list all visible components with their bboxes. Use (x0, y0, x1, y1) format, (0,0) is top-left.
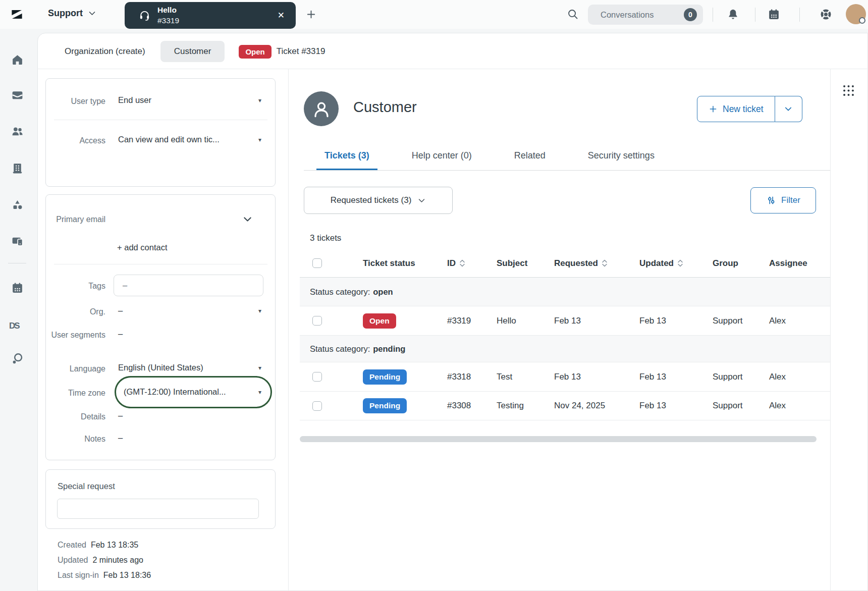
close-icon[interactable]: ✕ (278, 10, 285, 21)
nav-home-icon[interactable] (11, 53, 24, 66)
tabs-divider (304, 170, 830, 171)
nav-views-icon[interactable] (11, 89, 24, 101)
nav-ds-app-icon[interactable]: DS (9, 321, 19, 331)
tab-security-settings[interactable]: Security settings (580, 140, 663, 171)
zendesk-logo-icon[interactable] (10, 8, 24, 21)
presence-indicator (859, 17, 865, 24)
product-label: Support (48, 8, 83, 19)
cell-id[interactable]: #3318 (447, 372, 497, 382)
add-contact-link[interactable]: + add contact (117, 243, 168, 252)
filter-button[interactable]: Filter (750, 187, 816, 213)
tags-value: – (123, 281, 127, 290)
cell-subject[interactable]: Testing (497, 401, 554, 411)
horizontal-scrollbar[interactable] (300, 436, 817, 442)
tab-ticket-id: #3319 (157, 16, 179, 26)
cell-subject[interactable]: Test (497, 372, 554, 382)
cell-id[interactable]: #3319 (447, 316, 497, 326)
notes-value[interactable]: – (118, 433, 123, 443)
cell-requested: Feb 13 (554, 372, 639, 382)
col-subject[interactable]: Subject (497, 258, 554, 268)
notes-label: Notes (50, 433, 105, 445)
breadcrumb-ticket[interactable]: Ticket #3319 (277, 46, 326, 57)
panel-divider (288, 69, 289, 591)
col-assignee[interactable]: Assignee (769, 258, 830, 268)
col-ticket-status[interactable]: Ticket status (363, 258, 447, 268)
access-value[interactable]: Can view and edit own tic... (118, 135, 220, 144)
nav-customers-icon[interactable] (11, 125, 24, 138)
cell-subject[interactable]: Hello (497, 316, 554, 326)
language-value[interactable]: English (United States) (118, 363, 203, 372)
table-row[interactable]: Pending #3308 Testing Nov 24, 2025 Feb 1… (300, 392, 830, 420)
tab-tickets[interactable]: Tickets (3) (316, 140, 377, 171)
breadcrumb-divider (37, 69, 868, 69)
apps-grid-icon[interactable] (842, 84, 855, 97)
nav-calendar-app-icon[interactable] (11, 282, 24, 294)
details-label: Details (50, 411, 105, 422)
caret-down-icon[interactable]: ▾ (258, 136, 261, 143)
nav-organizations-icon[interactable] (11, 162, 24, 175)
sort-icon[interactable] (602, 259, 608, 267)
calendar-icon[interactable] (768, 8, 780, 21)
conversations-button[interactable]: Conversations 0 (588, 5, 703, 25)
timezone-highlight-ring (115, 376, 272, 408)
nav-qa-icon[interactable] (11, 352, 24, 365)
new-ticket-menu-button[interactable] (775, 96, 802, 122)
add-tab-icon[interactable] (305, 9, 317, 20)
last-signin-value: Feb 13 18:36 (103, 571, 151, 580)
cell-id[interactable]: #3308 (447, 401, 497, 411)
select-all-checkbox[interactable] (312, 258, 322, 268)
tags-input[interactable]: – (114, 275, 263, 296)
notifications-bell-icon[interactable] (727, 8, 739, 21)
rail-divider (8, 263, 26, 263)
nav-reporting-icon[interactable] (11, 198, 24, 211)
chevron-down-icon (784, 104, 793, 114)
col-id[interactable]: ID (447, 258, 497, 268)
filter-sliders-icon (766, 195, 776, 205)
group-row-pending: Status category: pending (300, 336, 830, 362)
cell-requested: Nov 24, 2025 (554, 401, 639, 411)
table-row[interactable]: Open #3319 Hello Feb 13 Feb 13 Support A… (300, 306, 830, 336)
table-row[interactable]: Pending #3318 Test Feb 13 Feb 13 Support… (300, 362, 830, 392)
product-switcher[interactable]: Support (48, 8, 96, 19)
breadcrumb-organization[interactable]: Organization (create) (65, 46, 145, 57)
last-signin-label: Last sign-in (58, 571, 99, 580)
cell-group: Support (713, 316, 769, 326)
breadcrumb-customer[interactable]: Customer (160, 41, 225, 62)
row-checkbox[interactable] (312, 316, 322, 326)
created-value: Feb 13 18:35 (91, 541, 138, 550)
org-label: Org. (50, 306, 105, 317)
search-icon[interactable] (567, 9, 579, 20)
requested-tickets-label: Requested tickets (3) (331, 195, 412, 205)
requested-tickets-dropdown[interactable]: Requested tickets (3) (304, 187, 453, 214)
caret-down-icon[interactable]: ▾ (258, 307, 261, 314)
col-requested[interactable]: Requested (554, 258, 639, 268)
sort-icon[interactable] (459, 259, 465, 267)
conversations-label: Conversations (601, 10, 654, 20)
special-request-input[interactable] (57, 499, 259, 519)
nav-apps-icon[interactable] (11, 235, 24, 247)
page-title: Customer (353, 99, 417, 116)
conversations-count-badge: 0 (684, 8, 697, 21)
new-ticket-button[interactable]: New ticket (697, 96, 775, 122)
help-ring-icon[interactable] (820, 8, 832, 21)
details-value[interactable]: – (118, 411, 123, 420)
group-pending-value: pending (373, 344, 405, 354)
tab-help-center[interactable]: Help center (0) (404, 140, 480, 171)
table-header-row: Ticket status ID Subject Requested Updat… (300, 249, 830, 278)
org-value[interactable]: – (118, 306, 123, 315)
caret-down-icon[interactable]: ▾ (258, 364, 261, 371)
row-checkbox[interactable] (312, 372, 322, 382)
col-updated[interactable]: Updated (639, 258, 713, 268)
group-row-open: Status category: open (300, 278, 830, 306)
caret-down-icon[interactable]: ▾ (258, 97, 261, 104)
user-type-value[interactable]: End user (118, 95, 151, 105)
open-ticket-tab[interactable]: Hello #3319 ✕ (125, 2, 296, 29)
tickets-count: 3 tickets (310, 233, 341, 243)
collapse-chevron-icon[interactable] (242, 214, 253, 225)
row-checkbox[interactable] (312, 401, 322, 411)
col-group[interactable]: Group (713, 258, 769, 268)
cell-assignee: Alex (769, 316, 830, 326)
sort-icon[interactable] (677, 259, 683, 267)
tab-related[interactable]: Related (506, 140, 554, 171)
filter-label: Filter (781, 195, 800, 205)
